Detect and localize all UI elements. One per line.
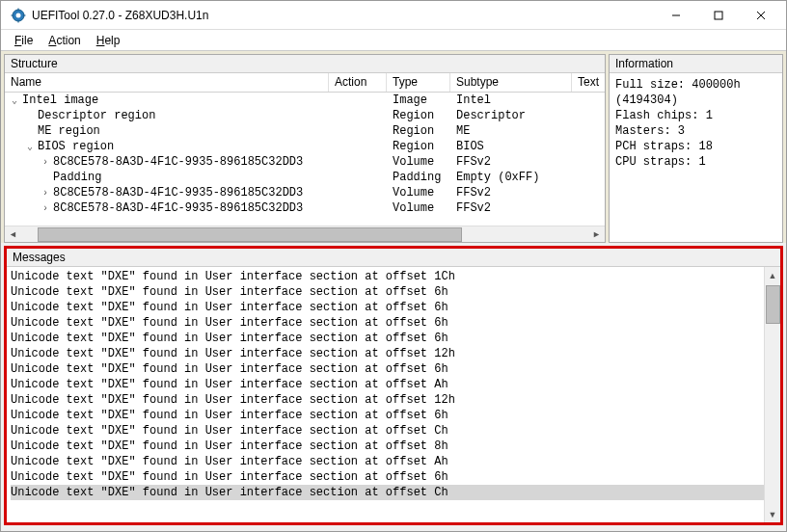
scroll-up-icon[interactable]: ▲ bbox=[765, 267, 781, 283]
message-row[interactable]: Unicode text "DXE" found in User interfa… bbox=[11, 392, 776, 408]
tree-row[interactable]: ›8C8CE578-8A3D-4F1C-9935-896185C32DD3Vol… bbox=[5, 200, 605, 216]
menu-file[interactable]: File bbox=[7, 32, 41, 49]
scroll-thumb[interactable] bbox=[38, 227, 462, 242]
tree-cell: Padding bbox=[387, 171, 450, 184]
message-row[interactable]: Unicode text "DXE" found in User interfa… bbox=[11, 377, 776, 392]
app-icon bbox=[11, 8, 26, 23]
message-row[interactable]: Unicode text "DXE" found in User interfa… bbox=[11, 315, 776, 331]
message-row[interactable]: Unicode text "DXE" found in User interfa… bbox=[11, 469, 776, 485]
menubar: File Action Help bbox=[1, 30, 786, 51]
scroll-down-icon[interactable]: ▼ bbox=[765, 506, 781, 522]
tree-cell: Image bbox=[387, 93, 450, 107]
col-text[interactable]: Text bbox=[572, 73, 605, 92]
col-action[interactable]: Action bbox=[329, 73, 387, 92]
message-row[interactable]: Unicode text "DXE" found in User interfa… bbox=[11, 454, 776, 469]
chevron-right-icon[interactable]: › bbox=[40, 203, 51, 214]
tree-node-name: ME region bbox=[38, 124, 100, 138]
close-button[interactable] bbox=[740, 1, 782, 29]
information-panel: Information Full size: 400000h (4194304)… bbox=[609, 54, 783, 243]
tree-row[interactable]: ⌄BIOS regionRegionBIOS bbox=[5, 139, 605, 154]
tree-node-name: 8C8CE578-8A3D-4F1C-9935-896185C32DD3 bbox=[53, 186, 303, 200]
col-name[interactable]: Name bbox=[5, 73, 329, 92]
menu-help[interactable]: Help bbox=[89, 32, 128, 49]
tree-node-name: Descriptor region bbox=[38, 109, 155, 122]
chevron-down-icon[interactable]: ⌄ bbox=[9, 94, 20, 106]
tree-cell: FFSv2 bbox=[450, 201, 572, 215]
scroll-left-icon[interactable]: ◄ bbox=[5, 226, 21, 243]
message-row[interactable]: Unicode text "DXE" found in User interfa… bbox=[11, 346, 776, 361]
minimize-button[interactable] bbox=[655, 1, 697, 29]
message-row[interactable]: Unicode text "DXE" found in User interfa… bbox=[11, 284, 776, 300]
tree-cell: Region bbox=[387, 109, 450, 122]
information-title: Information bbox=[610, 55, 782, 73]
messages-vscrollbar[interactable]: ▲ ▼ bbox=[764, 267, 780, 522]
tree-cell: Empty (0xFF) bbox=[450, 171, 572, 184]
tree-node-name: 8C8CE578-8A3D-4F1C-9935-896185C32DD3 bbox=[53, 201, 303, 215]
message-row[interactable]: Unicode text "DXE" found in User interfa… bbox=[11, 331, 776, 346]
structure-hscrollbar[interactable]: ◄ ► bbox=[5, 226, 605, 242]
tree-node-name: Intel image bbox=[22, 93, 98, 107]
structure-title: Structure bbox=[5, 55, 605, 73]
col-subtype[interactable]: Subtype bbox=[450, 73, 572, 92]
col-type[interactable]: Type bbox=[387, 73, 450, 92]
messages-panel: Messages Unicode text "DXE" found in Use… bbox=[4, 246, 783, 525]
tree-row[interactable]: ›8C8CE578-8A3D-4F1C-9935-896185C32DD3Vol… bbox=[5, 185, 605, 200]
message-row[interactable]: Unicode text "DXE" found in User interfa… bbox=[11, 485, 776, 500]
scroll-thumb[interactable] bbox=[766, 285, 780, 324]
menu-action[interactable]: Action bbox=[41, 32, 88, 49]
tree-row[interactable]: ME regionRegionME bbox=[5, 123, 605, 139]
message-row[interactable]: Unicode text "DXE" found in User interfa… bbox=[11, 439, 776, 454]
message-row[interactable]: Unicode text "DXE" found in User interfa… bbox=[11, 423, 776, 439]
structure-tree[interactable]: Name Action Type Subtype Text ⌄Intel ima… bbox=[5, 73, 605, 226]
message-row[interactable]: Unicode text "DXE" found in User interfa… bbox=[11, 269, 776, 284]
tree-cell: ME bbox=[450, 124, 572, 138]
svg-rect-7 bbox=[715, 12, 722, 19]
maximize-button[interactable] bbox=[697, 1, 740, 29]
tree-node-name: BIOS region bbox=[38, 140, 114, 153]
tree-cell: Volume bbox=[387, 155, 450, 169]
titlebar: UEFITool 0.27.0 - Z68XUD3H.U1n bbox=[1, 1, 786, 30]
tree-row[interactable]: ›8C8CE578-8A3D-4F1C-9935-896185C32DD3Vol… bbox=[5, 154, 605, 170]
messages-list[interactable]: Unicode text "DXE" found in User interfa… bbox=[7, 267, 780, 522]
tree-cell: FFSv2 bbox=[450, 186, 572, 200]
tree-cell: Descriptor bbox=[450, 109, 572, 122]
svg-point-1 bbox=[16, 13, 21, 17]
tree-cell: FFSv2 bbox=[450, 155, 572, 169]
tree-cell: Volume bbox=[387, 201, 450, 215]
message-row[interactable]: Unicode text "DXE" found in User interfa… bbox=[11, 300, 776, 315]
message-row[interactable]: Unicode text "DXE" found in User interfa… bbox=[11, 408, 776, 423]
scroll-right-icon[interactable]: ► bbox=[588, 226, 605, 243]
tree-cell: Volume bbox=[387, 186, 450, 200]
tree-node-name: 8C8CE578-8A3D-4F1C-9935-896185C32DD3 bbox=[53, 155, 303, 169]
tree-node-name: Padding bbox=[53, 171, 101, 184]
tree-cell: Region bbox=[387, 124, 450, 138]
tree-row[interactable]: PaddingPaddingEmpty (0xFF) bbox=[5, 170, 605, 185]
chevron-down-icon[interactable]: ⌄ bbox=[24, 141, 36, 152]
tree-row[interactable]: ⌄Intel imageImageIntel bbox=[5, 93, 605, 108]
tree-cell: BIOS bbox=[450, 140, 572, 153]
messages-title: Messages bbox=[7, 249, 780, 267]
tree-header: Name Action Type Subtype Text bbox=[5, 73, 605, 93]
message-row[interactable]: Unicode text "DXE" found in User interfa… bbox=[11, 361, 776, 377]
tree-cell: Intel bbox=[450, 93, 572, 107]
tree-cell: Region bbox=[387, 140, 450, 153]
window-title: UEFITool 0.27.0 - Z68XUD3H.U1n bbox=[32, 9, 655, 22]
chevron-right-icon[interactable]: › bbox=[40, 157, 51, 168]
tree-row[interactable]: Descriptor regionRegionDescriptor bbox=[5, 108, 605, 123]
chevron-right-icon[interactable]: › bbox=[40, 188, 51, 199]
information-text: Full size: 400000h (4194304) Flash chips… bbox=[610, 73, 782, 173]
structure-panel: Structure Name Action Type Subtype Text … bbox=[4, 54, 606, 243]
